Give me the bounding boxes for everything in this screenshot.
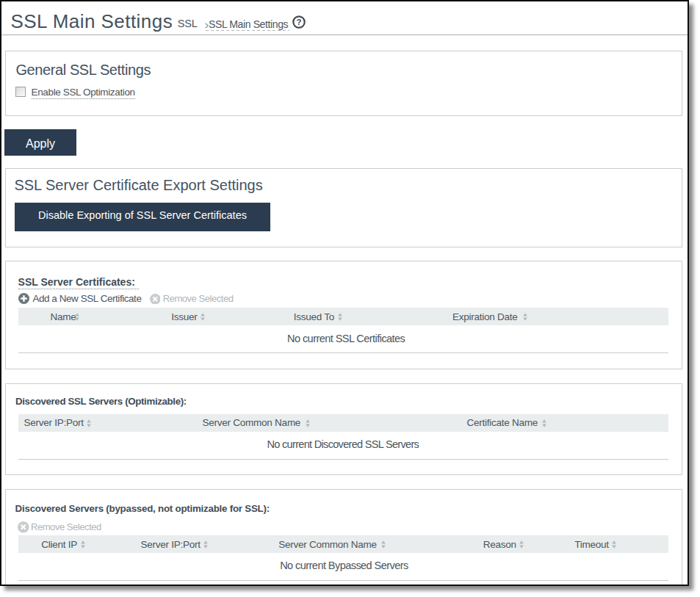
svg-text:?: ?: [297, 18, 302, 26]
